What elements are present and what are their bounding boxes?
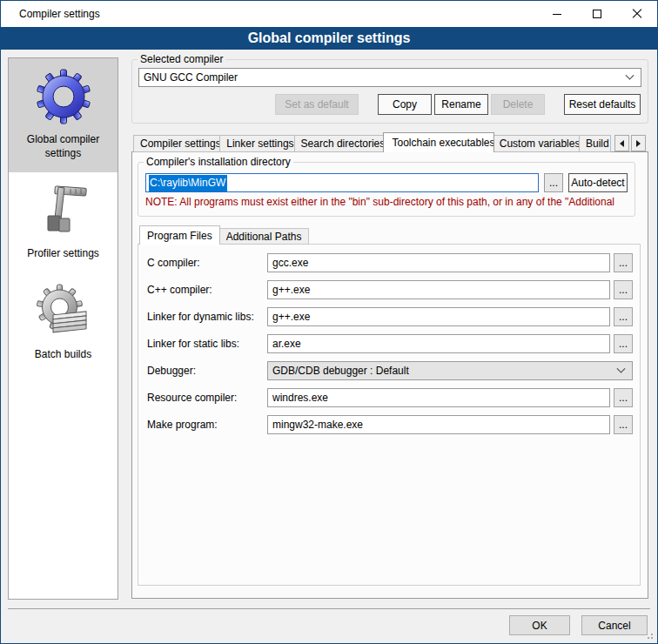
field-value: g++.exe <box>272 311 310 323</box>
browse-directory-button[interactable]: ... <box>544 173 563 192</box>
field-value: g++.exe <box>272 284 310 296</box>
form-row-c-compiler: C compiler: gcc.exe ... <box>147 253 633 272</box>
blue-gear-icon <box>36 69 91 124</box>
field-label: Resource compiler: <box>147 392 267 404</box>
installation-directory-group-label: Compiler's installation directory <box>144 156 293 168</box>
sidebar-item-label: Global compiler settings <box>12 132 114 160</box>
window-controls <box>537 1 657 27</box>
browse-button[interactable]: ... <box>614 307 633 326</box>
cancel-button[interactable]: Cancel <box>581 615 648 635</box>
tab-toolchain-executables[interactable]: Toolchain executables <box>383 132 494 152</box>
tab-scroll-right-button[interactable] <box>631 135 646 151</box>
program-files-page: C compiler: gcc.exe ... C++ compiler: g+… <box>138 244 641 586</box>
form-row-cpp-compiler: C++ compiler: g++.exe ... <box>147 280 633 299</box>
field-value: mingw32-make.exe <box>272 419 363 431</box>
rename-button[interactable]: Rename <box>434 94 488 115</box>
compiler-buttons-row: Set as default Copy Rename Delete Reset … <box>139 94 641 115</box>
sidebar-item-batch-builds[interactable]: Batch builds <box>9 273 118 373</box>
compiler-settings-dialog: Compiler settings Global compiler settin… <box>0 0 658 644</box>
chevron-down-icon <box>626 70 634 79</box>
linker-static-input[interactable]: ar.exe <box>267 334 610 353</box>
form-row-linker-dynamic: Linker for dynamic libs: g++.exe ... <box>147 307 633 326</box>
sidebar-item-label: Profiler settings <box>27 246 99 260</box>
tab-linker-settings[interactable]: Linker settings <box>220 135 294 152</box>
field-label: C compiler: <box>147 257 267 269</box>
field-label: Make program: <box>147 419 267 431</box>
sub-tab-bar: Program Files Additional Paths <box>138 225 641 245</box>
field-value: windres.exe <box>272 392 328 404</box>
compiler-select-value: GNU GCC Compiler <box>144 71 238 84</box>
field-label: Linker for static libs: <box>147 338 267 350</box>
maximize-icon <box>593 10 601 18</box>
title-bar: Compiler settings <box>1 1 657 27</box>
field-label: C++ compiler: <box>147 284 267 296</box>
sidebar-item-label: Batch builds <box>35 347 91 361</box>
browse-button[interactable]: ... <box>614 388 633 407</box>
c-compiler-input[interactable]: gcc.exe <box>267 253 610 272</box>
delete-button[interactable]: Delete <box>491 94 545 115</box>
field-label: Linker for dynamic libs: <box>147 311 267 323</box>
auto-detect-button[interactable]: Auto-detect <box>568 173 628 192</box>
note-text: NOTE: All programs must exist either in … <box>145 196 634 208</box>
dialog-body: Global compiler settings <box>1 50 657 643</box>
field-value: GDB/CDB debugger : Default <box>272 365 409 377</box>
debugger-select[interactable]: GDB/CDB debugger : Default <box>267 361 633 380</box>
compiler-select[interactable]: GNU GCC Compiler <box>138 68 641 87</box>
copy-button[interactable]: Copy <box>378 94 432 115</box>
reset-defaults-button[interactable]: Reset defaults <box>564 94 641 115</box>
tab-scroll-left-button[interactable] <box>614 135 629 151</box>
form-row-resource-compiler: Resource compiler: windres.exe ... <box>147 388 633 407</box>
selected-compiler-group: Selected compiler GNU GCC Compiler Set a… <box>131 53 648 124</box>
tab-compiler-settings[interactable]: Compiler settings <box>133 135 220 152</box>
settings-content: Selected compiler GNU GCC Compiler Set a… <box>131 51 648 599</box>
field-label: Debugger: <box>147 365 267 377</box>
tab-scroll-arrows <box>611 135 648 152</box>
field-value: ar.exe <box>272 338 301 350</box>
installation-directory-row: C:\raylib\MinGW ... Auto-detect <box>145 173 628 192</box>
browse-button[interactable]: ... <box>614 280 633 299</box>
form-row-debugger: Debugger: GDB/CDB debugger : Default <box>147 361 633 380</box>
set-as-default-button[interactable]: Set as default <box>275 94 359 115</box>
tab-program-files[interactable]: Program Files <box>139 225 220 245</box>
installation-directory-input[interactable]: C:\raylib\MinGW <box>145 173 539 192</box>
close-icon <box>632 9 642 19</box>
triangle-right-icon <box>636 140 641 147</box>
sidebar-item-profiler-settings[interactable]: Profiler settings <box>9 172 118 272</box>
tab-search-directories[interactable]: Search directories <box>295 135 385 152</box>
settings-notebook: Compiler settings Linker settings Search… <box>131 132 648 599</box>
cpp-compiler-input[interactable]: g++.exe <box>267 280 610 299</box>
browse-button[interactable]: ... <box>614 334 633 353</box>
notebook-tab-bar: Compiler settings Linker settings Search… <box>131 132 648 152</box>
make-program-input[interactable]: mingw32-make.exe <box>267 415 610 434</box>
selected-compiler-group-label: Selected compiler <box>138 53 225 65</box>
tab-additional-paths[interactable]: Additional Paths <box>219 228 310 245</box>
browse-button[interactable]: ... <box>614 415 633 434</box>
window-title: Compiler settings <box>1 8 100 20</box>
settings-category-list: Global compiler settings <box>8 57 118 600</box>
toolchain-executables-page: Compiler's installation directory C:\ray… <box>131 151 648 599</box>
resource-compiler-input[interactable]: windres.exe <box>267 388 610 407</box>
installation-directory-value: C:\raylib\MinGW <box>149 175 227 191</box>
tab-build-truncated[interactable]: Build <box>580 135 611 152</box>
field-value: gcc.exe <box>272 257 308 269</box>
tab-custom-variables[interactable]: Custom variables <box>494 135 580 152</box>
program-files-notebook: Program Files Additional Paths C compile… <box>138 225 641 586</box>
footer-divider <box>8 608 650 609</box>
triangle-left-icon <box>620 140 624 147</box>
ok-button[interactable]: OK <box>509 615 570 635</box>
linker-dynamic-input[interactable]: g++.exe <box>267 307 610 326</box>
chevron-down-icon <box>617 364 626 372</box>
minimize-button[interactable] <box>537 1 577 27</box>
maximize-button[interactable] <box>577 1 617 27</box>
browse-button[interactable]: ... <box>614 253 633 272</box>
dialog-buttons: OK Cancel <box>509 615 648 635</box>
page-title: Global compiler settings <box>1 27 657 50</box>
gray-gear-papers-icon <box>36 284 91 339</box>
minimize-icon <box>553 14 561 15</box>
form-row-linker-static: Linker for static libs: ar.exe ... <box>147 334 633 353</box>
resize-grip-icon[interactable] <box>651 637 653 639</box>
installation-directory-group: Compiler's installation directory C:\ray… <box>138 156 635 217</box>
sidebar-item-global-compiler-settings[interactable]: Global compiler settings <box>9 58 118 172</box>
caliper-icon <box>36 183 91 238</box>
close-button[interactable] <box>617 1 657 27</box>
